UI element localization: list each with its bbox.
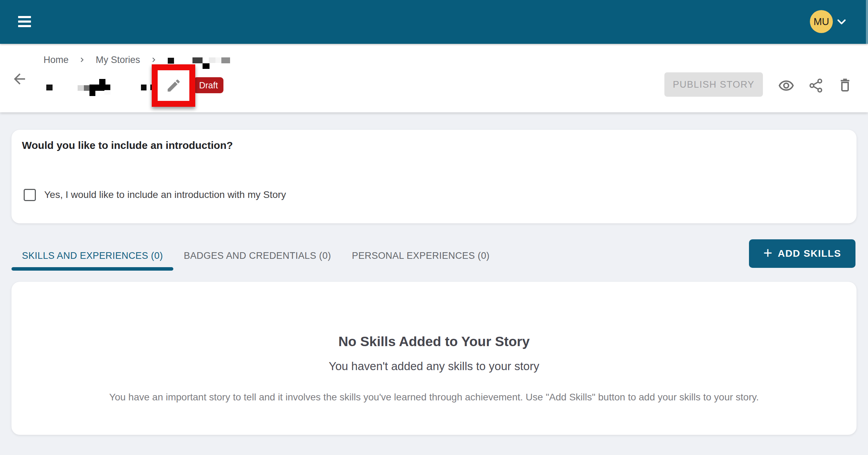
breadcrumb-home-link[interactable]: Home <box>44 55 69 65</box>
story-editor-page: MU Home My Stories <box>0 0 868 455</box>
back-arrow-icon <box>11 71 28 87</box>
preview-button[interactable] <box>778 77 795 94</box>
tab-skills-and-experiences[interactable]: SKILLS AND EXPERIENCES (0) <box>11 240 173 271</box>
avatar-initials: MU <box>813 16 829 27</box>
tab-badges-and-credentials[interactable]: BADGES AND CREDENTIALS (0) <box>173 240 341 271</box>
share-button[interactable] <box>807 78 824 94</box>
chevron-right-icon <box>78 55 87 64</box>
breadcrumb-my-stories-link[interactable]: My Stories <box>96 55 140 65</box>
breadcrumb: Home My Stories <box>44 52 158 67</box>
introduction-heading: Would you like to include an introductio… <box>22 139 233 151</box>
trash-icon <box>837 77 853 94</box>
scrollbar[interactable] <box>866 0 868 44</box>
hamburger-icon <box>18 16 31 18</box>
delete-button[interactable] <box>837 77 853 94</box>
app-header: MU <box>0 0 868 44</box>
edit-pencil-icon <box>166 78 182 94</box>
hamburger-menu-button[interactable] <box>18 13 35 30</box>
eye-icon <box>778 77 795 94</box>
story-toolbar: Home My Stories <box>0 44 868 112</box>
story-tabs: SKILLS AND EXPERIENCES (0) BADGES AND CR… <box>11 240 500 271</box>
introduction-card: Would you like to include an introductio… <box>11 130 857 223</box>
share-icon <box>808 78 824 94</box>
empty-state-subtitle: You haven't added any skills to your sto… <box>11 360 857 373</box>
introduction-checkbox-row: Yes, I would like to include an introduc… <box>24 186 286 203</box>
tab-personal-experiences[interactable]: PERSONAL EXPERIENCES (0) <box>341 240 500 271</box>
skills-empty-state-card: No Skills Added to Your Story You haven'… <box>11 282 857 435</box>
avatar[interactable]: MU <box>810 10 833 33</box>
edit-title-button[interactable] <box>165 77 182 94</box>
redacted-story-title <box>46 79 155 97</box>
empty-state-title: No Skills Added to Your Story <box>11 334 857 349</box>
back-button[interactable] <box>11 71 28 87</box>
account-menu-button[interactable] <box>835 15 849 29</box>
add-skills-label: ADD SKILLS <box>778 248 841 259</box>
add-skills-button[interactable]: + ADD SKILLS <box>749 239 855 268</box>
chevron-down-icon <box>835 15 849 29</box>
empty-state-body: You have an important story to tell and … <box>32 392 836 403</box>
introduction-checkbox[interactable] <box>24 189 36 201</box>
chevron-right-icon <box>149 55 158 64</box>
highlight-box <box>152 64 195 107</box>
status-badge: Draft <box>194 77 223 93</box>
plus-icon: + <box>763 245 772 261</box>
introduction-checkbox-label: Yes, I would like to include an introduc… <box>44 189 286 200</box>
publish-story-button[interactable]: PUBLISH STORY <box>664 72 763 97</box>
